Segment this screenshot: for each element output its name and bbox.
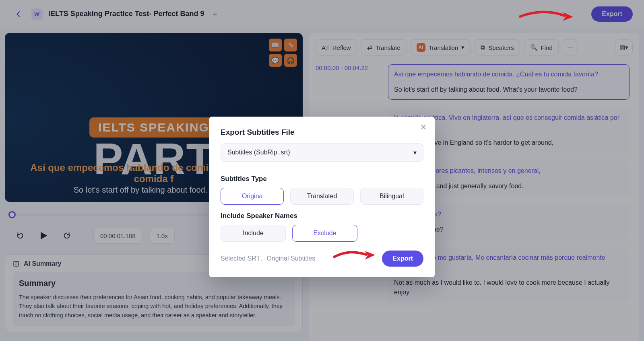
format-value: Subtitles (SubRip .srt) [227, 149, 290, 156]
type-original[interactable]: Origina [221, 188, 284, 205]
speaker-label: Include Speaker Names [221, 212, 423, 220]
selection-summary: Selected SRT、Original Subtitles [221, 255, 315, 263]
format-select[interactable]: Subtitles (SubRip .srt) ▾ [221, 143, 423, 162]
close-button[interactable] [418, 121, 429, 133]
type-bilingual[interactable]: Bilingual [360, 188, 423, 205]
subtitles-type-seg: Origina Translated Bilingual [221, 188, 423, 205]
modal-export-button[interactable]: Export [382, 251, 423, 267]
speaker-seg: Include Exclude [221, 225, 357, 242]
modal-title: Export Subtitles File [221, 128, 423, 137]
export-modal: Export Subtitles File Subtitles (SubRip … [209, 117, 435, 277]
speaker-exclude[interactable]: Exclude [292, 225, 357, 242]
chevron-down-icon: ▾ [413, 149, 417, 156]
type-translated[interactable]: Translated [290, 188, 353, 205]
subtitles-type-label: Subtitles Type [221, 175, 423, 183]
speaker-include[interactable]: Include [221, 225, 286, 242]
close-icon [420, 123, 427, 131]
